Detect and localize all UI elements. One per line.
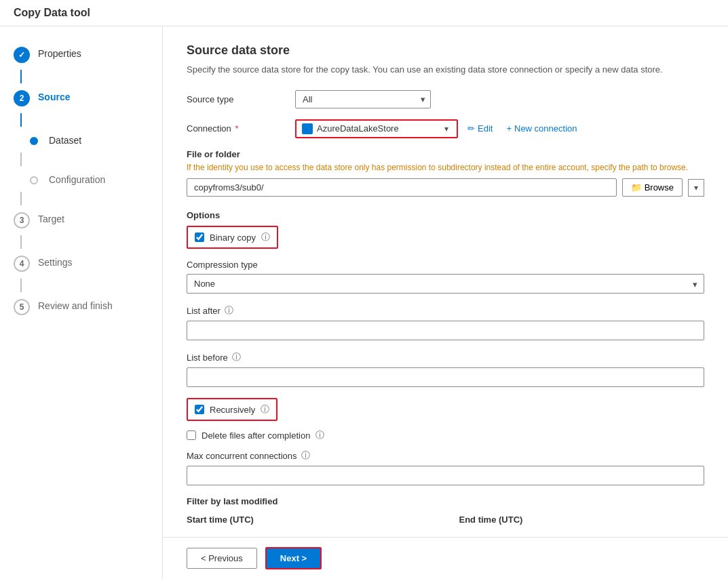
browse-button[interactable]: 📁 Browse (622, 178, 683, 197)
previous-button[interactable]: < Previous (187, 548, 257, 569)
step-label-source: Source (38, 90, 70, 102)
options-header: Options (187, 210, 704, 220)
filter-section: Filter by last modified Start time (UTC)… (187, 496, 704, 529)
recursively-info-icon: ⓘ (261, 403, 269, 416)
step-label-properties: Properties (38, 47, 81, 59)
connection-db-icon (302, 123, 313, 134)
list-after-label: List after ⓘ (187, 304, 704, 317)
compression-section: Compression type None ▾ (187, 260, 704, 294)
file-path-row: 📁 Browse ▾ (187, 178, 704, 197)
step-circle-target: 3 (14, 212, 30, 228)
sidebar-item-target[interactable]: 3 Target (0, 205, 162, 235)
new-connection-label: New connection (514, 123, 577, 134)
next-button[interactable]: Next > (265, 547, 322, 569)
step-circle-review: 5 (14, 299, 30, 315)
list-before-info-icon: ⓘ (232, 351, 241, 363)
step-circle-properties: ✓ (14, 47, 30, 63)
sidebar-item-settings[interactable]: 4 Settings (0, 249, 162, 279)
new-connection-button[interactable]: + New connection (502, 121, 581, 136)
sidebar-item-properties[interactable]: ✓ Properties (0, 40, 162, 70)
binary-copy-checkbox[interactable] (195, 233, 204, 242)
connector-2 (20, 113, 22, 127)
page-title: Source data store (187, 43, 704, 58)
footer: < Previous Next > (163, 537, 728, 579)
page-description: Specify the source data store for the co… (187, 63, 704, 77)
max-connections-info-icon: ⓘ (301, 449, 310, 462)
list-before-section: List before ⓘ (187, 351, 704, 387)
sidebar-item-dataset[interactable]: Dataset (0, 127, 162, 153)
connector-6 (20, 279, 22, 292)
connector-3 (20, 153, 22, 166)
start-time-col: Start time (UTC) (187, 515, 432, 529)
recursively-checkbox[interactable] (195, 405, 204, 414)
list-before-input[interactable] (187, 367, 704, 387)
edit-label: Edit (478, 123, 493, 134)
recursively-label: Recursively (210, 405, 255, 415)
list-after-section: List after ⓘ (187, 304, 704, 340)
folder-icon: 📁 (631, 182, 642, 193)
max-connections-label: Max concurrent connections ⓘ (187, 449, 704, 462)
options-section: Options Binary copy ⓘ (187, 210, 704, 249)
list-after-input[interactable] (187, 321, 704, 340)
plus-icon: + (506, 123, 512, 134)
connection-label: Connection * (187, 123, 295, 134)
sidebar-item-review[interactable]: 5 Review and finish (0, 292, 162, 322)
step-label-review: Review and finish (38, 299, 113, 311)
step-circle-source: 2 (14, 90, 30, 106)
list-before-label: List before ⓘ (187, 351, 704, 363)
step-circle-settings: 4 (14, 256, 30, 272)
source-type-select[interactable]: All (295, 90, 431, 108)
delete-files-checkbox[interactable] (187, 430, 196, 440)
connector-4 (20, 192, 22, 205)
step-label-dataset: Dataset (49, 134, 81, 146)
filter-title: Filter by last modified (187, 496, 704, 506)
file-folder-description: If the identity you use to access the da… (187, 162, 704, 174)
file-path-input[interactable] (187, 178, 617, 197)
step-label-settings: Settings (38, 256, 73, 268)
step-label-configuration: Configuration (49, 173, 105, 185)
step-circle-dataset (30, 137, 38, 145)
end-time-col: End time (UTC) (459, 515, 705, 529)
main-content: Source data store Specify the source dat… (163, 26, 728, 537)
list-after-info-icon: ⓘ (225, 304, 233, 317)
source-type-label: Source type (187, 94, 295, 104)
file-folder-section-header: File or folder (187, 149, 704, 159)
browse-expand-btn[interactable]: ▾ (688, 179, 704, 197)
header-title: Copy Data tool (14, 7, 90, 18)
browse-label: Browse (645, 182, 674, 193)
sidebar-item-source[interactable]: 2 Source (0, 83, 162, 113)
max-connections-input[interactable] (187, 466, 704, 485)
compression-select-wrapper: None ▾ (187, 274, 704, 294)
edit-button[interactable]: ✏ Edit (463, 121, 497, 136)
connector-1 (20, 70, 22, 83)
connection-row: Connection * AzureDataLakeStore ▾ ✏ Edit… (187, 119, 704, 138)
binary-copy-label-wrap[interactable]: Binary copy ⓘ (187, 226, 278, 249)
sidebar-item-configuration[interactable]: Configuration (0, 166, 162, 192)
start-time-label: Start time (UTC) (187, 515, 432, 525)
delete-files-label-wrap[interactable]: Delete files after completion ⓘ (187, 429, 324, 441)
previous-label: < Previous (201, 553, 243, 563)
compression-label: Compression type (187, 260, 704, 270)
connection-value: AzureDataLakeStore (317, 123, 442, 134)
end-time-label: End time (UTC) (459, 515, 705, 525)
next-label: Next > (280, 553, 307, 563)
recursively-label-wrap[interactable]: Recursively ⓘ (187, 398, 277, 421)
max-connections-section: Max concurrent connections ⓘ (187, 449, 704, 485)
time-row: Start time (UTC) End time (UTC) (187, 515, 704, 529)
delete-files-info-icon: ⓘ (315, 429, 324, 441)
connection-select-wrapper[interactable]: AzureDataLakeStore ▾ (295, 119, 458, 138)
source-type-row: Source type All ▾ (187, 90, 704, 108)
source-type-control: All ▾ (295, 90, 704, 108)
source-type-select-wrapper: All ▾ (295, 90, 431, 108)
app-header: Copy Data tool (0, 0, 728, 26)
sidebar: ✓ Properties 2 Source Dataset Configurat… (0, 26, 163, 579)
connection-chevron-btn[interactable]: ▾ (442, 124, 451, 134)
connection-control: AzureDataLakeStore ▾ ✏ Edit + New connec… (295, 119, 704, 138)
recursively-row: Recursively ⓘ (187, 398, 704, 421)
compression-type-select[interactable]: None (187, 274, 704, 294)
connector-5 (20, 235, 22, 249)
binary-copy-label: Binary copy (210, 233, 256, 243)
step-label-target: Target (38, 212, 64, 224)
delete-files-label: Delete files after completion (202, 430, 310, 441)
binary-copy-info-icon: ⓘ (261, 231, 270, 243)
